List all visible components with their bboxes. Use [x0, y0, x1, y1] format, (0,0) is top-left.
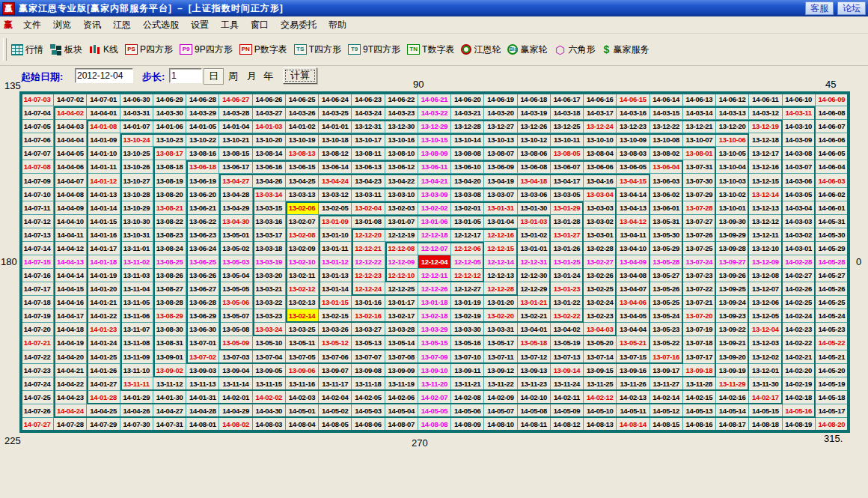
- date-cell[interactable]: 14-01-30: [153, 391, 186, 404]
- date-cell[interactable]: 13-05-17: [484, 336, 517, 350]
- date-cell[interactable]: 13-08-24: [153, 242, 186, 255]
- date-cell[interactable]: 12-12-11: [418, 269, 451, 282]
- date-cell[interactable]: 13-02-15: [319, 309, 352, 323]
- date-cell[interactable]: 14-03-18: [551, 106, 584, 120]
- date-cell[interactable]: 14-07-03: [21, 93, 54, 106]
- date-cell[interactable]: 13-01-15: [319, 296, 352, 309]
- date-cell[interactable]: 14-03-16: [617, 106, 650, 120]
- date-cell[interactable]: 13-10-12: [518, 133, 551, 147]
- date-cell[interactable]: 13-10-21: [219, 133, 252, 147]
- date-cell[interactable]: 13-05-11: [286, 336, 319, 350]
- date-cell[interactable]: 13-09-24: [716, 296, 749, 309]
- date-cell[interactable]: 14-07-05: [21, 120, 54, 133]
- toolbar-button[interactable]: PSP四方形: [125, 43, 173, 56]
- date-cell[interactable]: 13-10-10: [584, 133, 617, 147]
- date-cell[interactable]: 12-12-18: [418, 228, 451, 242]
- date-cell[interactable]: 14-02-05: [352, 391, 385, 404]
- date-cell[interactable]: 13-01-28: [551, 215, 584, 228]
- date-cell[interactable]: 13-06-17: [219, 160, 252, 174]
- date-cell[interactable]: 13-05-30: [650, 228, 683, 242]
- date-cell[interactable]: 14-05-03: [352, 404, 385, 418]
- date-cell[interactable]: 13-01-07: [385, 215, 418, 228]
- date-cell[interactable]: 13-09-14: [551, 364, 584, 377]
- date-cell[interactable]: 14-05-04: [385, 404, 418, 418]
- date-cell[interactable]: 13-03-24: [253, 323, 286, 336]
- date-cell[interactable]: 13-03-27: [352, 323, 385, 336]
- date-cell[interactable]: 12-12-22: [352, 255, 385, 269]
- date-cell[interactable]: 14-05-31: [816, 215, 849, 228]
- date-cell[interactable]: 13-09-20: [716, 350, 749, 364]
- date-cell[interactable]: 13-01-14: [319, 282, 352, 296]
- date-cell[interactable]: 14-01-24: [87, 336, 120, 350]
- date-cell[interactable]: 13-10-13: [484, 133, 517, 147]
- date-cell[interactable]: 14-03-13: [716, 106, 749, 120]
- date-cell[interactable]: 14-01-26: [87, 364, 120, 377]
- date-cell[interactable]: 14-08-08: [418, 418, 451, 431]
- date-cell[interactable]: 13-06-10: [451, 160, 484, 174]
- date-cell[interactable]: 14-04-27: [153, 404, 186, 418]
- date-cell[interactable]: 13-01-19: [451, 296, 484, 309]
- date-cell[interactable]: 13-11-15: [253, 377, 286, 391]
- date-cell[interactable]: 13-04-02: [551, 323, 584, 336]
- date-cell[interactable]: 14-05-21: [816, 350, 849, 364]
- date-cell[interactable]: 13-04-25: [286, 174, 319, 187]
- date-cell[interactable]: 13-03-07: [484, 188, 517, 201]
- date-cell[interactable]: 13-09-27: [716, 255, 749, 269]
- date-cell[interactable]: 14-02-14: [650, 391, 683, 404]
- date-cell[interactable]: 13-07-28: [683, 201, 716, 215]
- date-cell[interactable]: 14-07-13: [21, 228, 54, 242]
- date-cell[interactable]: 13-10-07: [683, 133, 716, 147]
- date-cell[interactable]: 14-03-28: [219, 106, 252, 120]
- date-cell[interactable]: 14-07-04: [21, 106, 54, 120]
- date-cell[interactable]: 13-06-07: [551, 160, 584, 174]
- date-cell[interactable]: 14-05-12: [650, 404, 683, 418]
- date-cell[interactable]: 14-01-27: [87, 377, 120, 391]
- date-cell[interactable]: 14-03-06: [783, 174, 816, 187]
- date-cell[interactable]: 13-06-01: [650, 201, 683, 215]
- date-cell[interactable]: 13-06-20: [186, 188, 219, 201]
- date-cell[interactable]: 13-12-08: [749, 269, 782, 282]
- date-cell[interactable]: 14-04-28: [186, 404, 219, 418]
- date-cell[interactable]: 14-07-11: [21, 201, 54, 215]
- date-cell[interactable]: 13-12-22: [650, 120, 683, 133]
- date-cell[interactable]: 13-12-19: [749, 120, 782, 133]
- date-cell[interactable]: 14-08-20: [816, 418, 849, 431]
- date-cell[interactable]: 13-12-21: [683, 120, 716, 133]
- date-cell[interactable]: 13-10-30: [120, 215, 153, 228]
- date-cell[interactable]: 13-07-09: [418, 350, 451, 364]
- date-cell[interactable]: 13-04-01: [518, 323, 551, 336]
- date-cell[interactable]: 13-05-15: [418, 336, 451, 350]
- date-cell[interactable]: 12-12-15: [484, 242, 517, 255]
- date-cell[interactable]: 13-08-14: [253, 147, 286, 160]
- date-cell[interactable]: 13-08-31: [153, 336, 186, 350]
- date-cell[interactable]: 13-06-22: [186, 215, 219, 228]
- date-cell[interactable]: 13-04-11: [617, 228, 650, 242]
- date-cell[interactable]: 14-06-04: [816, 160, 849, 174]
- date-cell[interactable]: 14-05-23: [816, 323, 849, 336]
- date-cell[interactable]: 13-02-25: [584, 282, 617, 296]
- date-cell[interactable]: 13-08-07: [484, 147, 517, 160]
- date-cell[interactable]: 13-08-17: [153, 147, 186, 160]
- date-cell[interactable]: 14-08-04: [286, 418, 319, 431]
- date-cell[interactable]: 13-10-02: [716, 188, 749, 201]
- date-cell[interactable]: 13-08-25: [153, 255, 186, 269]
- date-cell[interactable]: 14-01-02: [286, 120, 319, 133]
- date-cell[interactable]: 14-08-10: [484, 418, 517, 431]
- date-cell[interactable]: 13-02-07: [286, 215, 319, 228]
- date-cell[interactable]: 13-12-12: [749, 215, 782, 228]
- date-cell[interactable]: 13-07-12: [518, 350, 551, 364]
- date-cell[interactable]: 13-11-17: [319, 377, 352, 391]
- date-cell[interactable]: 14-01-01: [319, 120, 352, 133]
- date-cell[interactable]: 12-12-23: [352, 269, 385, 282]
- date-cell[interactable]: 13-04-10: [617, 242, 650, 255]
- date-cell[interactable]: 13-02-10: [286, 255, 319, 269]
- date-cell[interactable]: 13-12-06: [749, 296, 782, 309]
- date-cell[interactable]: 14-07-07: [21, 147, 54, 160]
- date-cell[interactable]: 13-11-11: [120, 377, 153, 391]
- date-cell[interactable]: 13-04-29: [219, 201, 252, 215]
- date-cell[interactable]: 14-04-21: [54, 364, 87, 377]
- date-cell[interactable]: 13-07-18: [683, 336, 716, 350]
- date-cell[interactable]: 13-09-07: [319, 364, 352, 377]
- date-cell[interactable]: 13-05-31: [650, 215, 683, 228]
- date-cell[interactable]: 12-12-09: [385, 255, 418, 269]
